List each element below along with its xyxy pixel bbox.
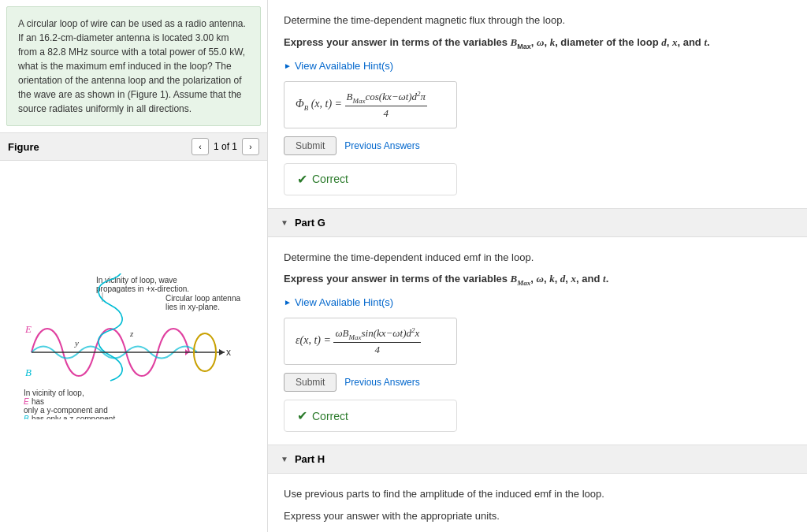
part-g-correct-label: Correct xyxy=(312,410,348,422)
part-f-prev-answers-link[interactable]: Previous Answers xyxy=(344,140,419,151)
svg-text:x: x xyxy=(226,347,231,358)
checkmark-icon: ✔ xyxy=(297,172,307,187)
figure-prev-button[interactable]: ‹ xyxy=(192,138,209,155)
part-h-header[interactable]: ▼ Part H xyxy=(268,445,807,474)
right-panel: Determine the time-dependent magnetic fl… xyxy=(268,0,807,532)
part-g-arrow-icon: ▼ xyxy=(281,218,288,227)
svg-text:B: B xyxy=(25,366,32,378)
figure-nav: ‹ 1 of 1 › xyxy=(192,138,259,155)
part-g-content: Determine the time-dependent induced emf… xyxy=(268,237,807,445)
figure-next-button[interactable]: › xyxy=(242,138,259,155)
svg-text:lies in xy-plane.: lies in xy-plane. xyxy=(165,303,220,311)
part-g-variables: Express your answer in terms of the vari… xyxy=(284,271,791,288)
part-g-label: Part G xyxy=(295,217,325,229)
part-g-header[interactable]: ▼ Part G xyxy=(268,209,807,237)
figure-image: In vicinity of loop, wave propagates in … xyxy=(0,161,267,532)
part-f-hint-link[interactable]: ► View Available Hint(s) xyxy=(284,60,791,72)
part-h-question: Use previous parts to find the amplitude… xyxy=(284,486,791,502)
part-g-prev-answers-link[interactable]: Previous Answers xyxy=(344,377,419,388)
hint-arrow-g-icon: ► xyxy=(284,298,292,307)
svg-text:E: E xyxy=(24,397,29,406)
svg-text:Circular loop antenna: Circular loop antenna xyxy=(165,294,240,303)
part-g-question: Determine the time-dependent induced emf… xyxy=(284,250,791,266)
part-f-correct-badge: ✔ Correct xyxy=(284,163,457,195)
svg-text:has only a z-component.: has only a z-component. xyxy=(32,415,117,419)
hint-arrow-icon: ► xyxy=(284,61,292,70)
part-h-units-label: Express your answer with the appropriate… xyxy=(284,508,791,524)
part-f-variables: Express your answer in terms of the vari… xyxy=(284,35,791,52)
problem-text: A circular loop of wire can be used as a… xyxy=(6,6,261,126)
part-f-section: Determine the time-dependent magnetic fl… xyxy=(268,0,807,209)
part-g-section: ▼ Part G Determine the time-dependent in… xyxy=(268,209,807,446)
svg-text:E: E xyxy=(24,323,32,335)
part-g-submit-button[interactable]: Submit xyxy=(284,373,337,392)
part-f-submit-row: Submit Previous Answers xyxy=(284,136,791,155)
figure-header: Figure ‹ 1 of 1 › xyxy=(0,133,267,161)
part-f-correct-label: Correct xyxy=(312,173,348,185)
part-f-content: Determine the time-dependent magnetic fl… xyxy=(268,0,807,208)
part-h-label: Part H xyxy=(295,453,325,465)
checkmark-g-icon: ✔ xyxy=(297,408,307,423)
figure-section: Figure ‹ 1 of 1 › In vicinity of loop, w… xyxy=(0,132,267,532)
svg-text:only a y-component and: only a y-component and xyxy=(24,406,108,415)
svg-text:has: has xyxy=(32,397,44,406)
part-f-answer-box: ΦB (x, t) = BMaxcos(kx−ωt)d2π 4 xyxy=(284,81,457,128)
part-f-question: Determine the time-dependent magnetic fl… xyxy=(284,13,791,28)
left-panel: A circular loop of wire can be used as a… xyxy=(0,0,268,532)
part-g-answer-box: ε(x, t) = ωBMaxsin(kx−ωt)d2x 4 xyxy=(284,318,457,365)
svg-text:In vicinity of loop,: In vicinity of loop, xyxy=(24,389,84,397)
figure-title: Figure xyxy=(8,141,39,153)
part-f-submit-button[interactable]: Submit xyxy=(284,136,337,155)
part-h-arrow-icon: ▼ xyxy=(281,455,288,463)
part-g-correct-badge: ✔ Correct xyxy=(284,400,457,432)
svg-text:propagates in +x-direction.: propagates in +x-direction. xyxy=(96,285,189,293)
part-h-section: ▼ Part H Use previous parts to find the … xyxy=(268,445,807,532)
part-g-submit-row: Submit Previous Answers xyxy=(284,373,791,392)
part-h-content: Use previous parts to find the amplitude… xyxy=(268,474,807,532)
wave-diagram-svg: In vicinity of loop, wave propagates in … xyxy=(16,273,252,419)
svg-text:z: z xyxy=(129,329,134,338)
svg-marker-7 xyxy=(219,349,225,355)
problem-content: A circular loop of wire can be used as a… xyxy=(18,18,246,114)
figure-page: 1 of 1 xyxy=(214,141,237,152)
svg-text:y: y xyxy=(74,338,79,348)
svg-text:B: B xyxy=(24,415,29,419)
part-g-hint-link[interactable]: ► View Available Hint(s) xyxy=(284,296,791,308)
